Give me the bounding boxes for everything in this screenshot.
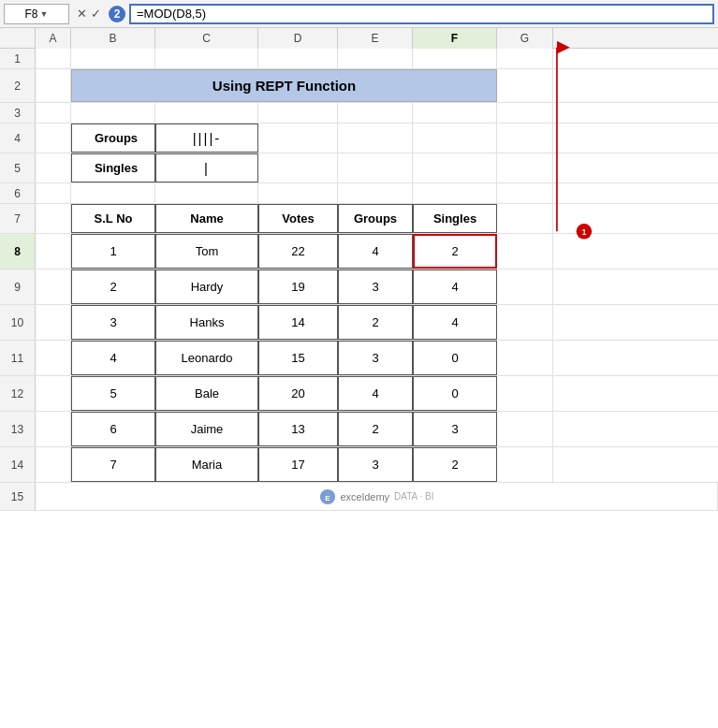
cell-f11[interactable]: 0 xyxy=(413,341,497,375)
cell-b9[interactable]: 2 xyxy=(71,269,155,304)
formula-input[interactable] xyxy=(129,4,714,24)
cell-a11[interactable] xyxy=(36,341,71,375)
cell-a7[interactable] xyxy=(36,204,71,233)
cell-a3[interactable] xyxy=(36,103,71,124)
col-header-f[interactable]: F xyxy=(413,28,497,49)
cell-c3[interactable] xyxy=(155,103,258,124)
cell-f4[interactable] xyxy=(413,124,497,153)
cell-d3[interactable] xyxy=(258,103,338,124)
cell-b1[interactable] xyxy=(71,49,155,69)
cell-f5[interactable] xyxy=(413,153,497,182)
cell-e4[interactable] xyxy=(338,124,413,153)
cell-e11[interactable]: 3 xyxy=(338,341,413,375)
cell-d1[interactable] xyxy=(258,49,338,69)
cell-f1[interactable] xyxy=(413,49,497,69)
col-header-c[interactable]: C xyxy=(155,28,258,49)
cell-b12[interactable]: 5 xyxy=(71,376,155,411)
cell-a14[interactable] xyxy=(36,447,71,482)
cell-c14[interactable]: Maria xyxy=(155,447,258,482)
cell-f12[interactable]: 0 xyxy=(413,376,497,411)
cell-g1[interactable] xyxy=(497,49,553,69)
cell-e14[interactable]: 3 xyxy=(338,447,413,482)
cell-reference-box[interactable]: F8 ▼ xyxy=(4,4,69,24)
cell-d11[interactable]: 15 xyxy=(258,341,338,375)
cell-f7-singles[interactable]: Singles xyxy=(413,204,497,233)
cell-f8-active[interactable]: 2 xyxy=(413,234,497,269)
cell-b5-singles-label[interactable]: Singles xyxy=(71,153,155,182)
cell-f13[interactable]: 3 xyxy=(413,412,497,446)
cell-b11[interactable]: 4 xyxy=(71,341,155,375)
cell-e5[interactable] xyxy=(338,153,413,182)
cell-b3[interactable] xyxy=(71,103,155,124)
cell-d8[interactable]: 22 xyxy=(258,234,338,269)
cell-c1[interactable] xyxy=(155,49,258,69)
cell-d5[interactable] xyxy=(258,153,338,182)
cell-e10[interactable]: 2 xyxy=(338,305,413,340)
cell-c4-groups-value[interactable]: ||||‐ xyxy=(155,124,258,153)
cell-b10[interactable]: 3 xyxy=(71,305,155,340)
cell-c8[interactable]: Tom xyxy=(155,234,258,269)
cell-d6[interactable] xyxy=(258,183,338,204)
cell-g13[interactable] xyxy=(497,412,553,446)
cell-a9[interactable] xyxy=(36,269,71,304)
cell-f3[interactable] xyxy=(413,103,497,124)
col-header-b[interactable]: B xyxy=(71,28,155,49)
cell-e1[interactable] xyxy=(338,49,413,69)
cell-a6[interactable] xyxy=(36,183,71,204)
cell-d14[interactable]: 17 xyxy=(258,447,338,482)
cell-f14[interactable]: 2 xyxy=(413,447,497,482)
cell-b8[interactable]: 1 xyxy=(71,234,155,269)
cell-c10[interactable]: Hanks xyxy=(155,305,258,340)
cell-a2[interactable] xyxy=(36,69,71,102)
cell-d7-votes[interactable]: Votes xyxy=(258,204,338,233)
cell-a4[interactable] xyxy=(36,124,71,153)
confirm-icon[interactable]: ✓ xyxy=(91,7,101,21)
cell-c7-name[interactable]: Name xyxy=(155,204,258,233)
cell-g10[interactable] xyxy=(497,305,553,340)
cell-e13[interactable]: 2 xyxy=(338,412,413,446)
cell-g14[interactable] xyxy=(497,447,553,482)
cell-c5-singles-value[interactable]: | xyxy=(155,153,258,182)
cell-g2[interactable] xyxy=(497,69,553,102)
cell-g8[interactable] xyxy=(497,234,553,269)
cell-a10[interactable] xyxy=(36,305,71,340)
cell-c9[interactable]: Hardy xyxy=(155,269,258,304)
cell-b4-groups-label[interactable]: Groups xyxy=(71,124,155,153)
cell-e3[interactable] xyxy=(338,103,413,124)
cell-c11[interactable]: Leonardo xyxy=(155,341,258,375)
cell-a1[interactable] xyxy=(36,49,71,69)
cell-f9[interactable]: 4 xyxy=(413,269,497,304)
cell-g11[interactable] xyxy=(497,341,553,375)
cell-g4[interactable] xyxy=(497,124,553,153)
cell-a8[interactable] xyxy=(36,234,71,269)
cell-d4[interactable] xyxy=(258,124,338,153)
cell-g3[interactable] xyxy=(497,103,553,124)
cell-c6[interactable] xyxy=(155,183,258,204)
col-header-e[interactable]: E xyxy=(338,28,413,49)
cell-b7-slno[interactable]: S.L No xyxy=(71,204,155,233)
cell-e9[interactable]: 3 xyxy=(338,269,413,304)
col-header-d[interactable]: D xyxy=(258,28,338,49)
cell-d9[interactable]: 19 xyxy=(258,269,338,304)
col-header-a[interactable]: A xyxy=(36,28,71,49)
cell-f6[interactable] xyxy=(413,183,497,204)
cell-d10[interactable]: 14 xyxy=(258,305,338,340)
cell-g9[interactable] xyxy=(497,269,553,304)
col-header-g[interactable]: G xyxy=(497,28,553,49)
cell-a13[interactable] xyxy=(36,412,71,446)
cell-a12[interactable] xyxy=(36,376,71,411)
cell-g12[interactable] xyxy=(497,376,553,411)
cancel-icon[interactable]: ✕ xyxy=(77,7,87,21)
cell-e8[interactable]: 4 xyxy=(338,234,413,269)
cell-a5[interactable] xyxy=(36,153,71,182)
cell-e7-groups[interactable]: Groups xyxy=(338,204,413,233)
cell-e6[interactable] xyxy=(338,183,413,204)
cell-d12[interactable]: 20 xyxy=(258,376,338,411)
cell-g7[interactable] xyxy=(497,204,553,233)
cell-d13[interactable]: 13 xyxy=(258,412,338,446)
cell-g5[interactable] xyxy=(497,153,553,182)
cell-c12[interactable]: Bale xyxy=(155,376,258,411)
cell-b13[interactable]: 6 xyxy=(71,412,155,446)
cell-f10[interactable]: 4 xyxy=(413,305,497,340)
cell-g6[interactable] xyxy=(497,183,553,204)
